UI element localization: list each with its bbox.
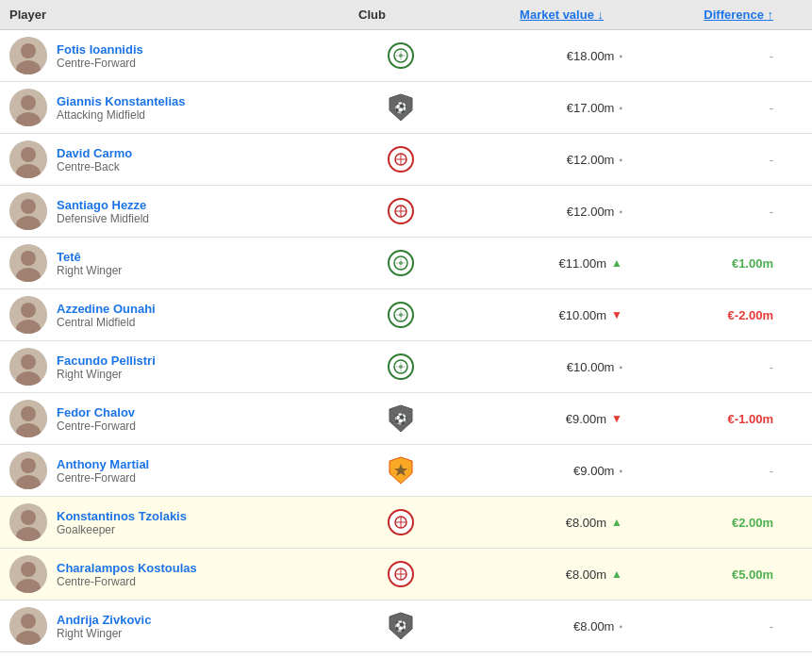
player-name[interactable]: Fotis Ioannidis xyxy=(57,42,143,57)
table-row: David Carmo Centre-Back €12.00m ▪ - xyxy=(0,134,812,186)
avatar xyxy=(9,503,47,541)
market-value-cell: €9.00m ▼ xyxy=(443,412,632,426)
table-row: Konstantinos Tzolakis Goalkeeper €8.00m … xyxy=(0,497,812,549)
header-difference[interactable]: Difference ↑ xyxy=(632,8,802,22)
player-cell: Konstantinos Tzolakis Goalkeeper xyxy=(9,503,358,541)
market-value-cell: €12.00m ▪ xyxy=(443,153,632,167)
difference-cell: €2.00m xyxy=(632,516,802,530)
avatar xyxy=(9,37,47,74)
avatar xyxy=(9,296,47,334)
club-badge-green xyxy=(388,250,414,276)
player-name[interactable]: Azzedine Ounahi xyxy=(57,302,156,316)
market-value: €17.00m xyxy=(567,101,615,115)
svg-point-6 xyxy=(21,95,36,110)
player-cell: Fotis Ioannidis Centre-Forward xyxy=(9,37,358,74)
player-cell: Tetê Right Winger xyxy=(9,244,358,282)
table-row: Santiago Hezze Defensive Midfield €12.00… xyxy=(0,186,812,238)
player-info: Azzedine Ounahi Central Midfield xyxy=(57,302,156,329)
header-market-value[interactable]: Market value ↓ xyxy=(443,8,632,22)
player-info: Santiago Hezze Defensive Midfield xyxy=(57,198,149,225)
svg-point-10 xyxy=(21,147,36,162)
player-info: Andrija Zivkovic Right Winger xyxy=(57,613,151,640)
player-name[interactable]: Charalampos Kostoulas xyxy=(57,561,197,575)
player-name[interactable]: Tetê xyxy=(57,250,122,264)
player-position: Centre-Forward xyxy=(57,471,149,485)
market-value: €10.00m xyxy=(567,360,615,374)
player-info: Konstantinos Tzolakis Goalkeeper xyxy=(57,509,187,536)
club-cell: ⚽ xyxy=(358,403,443,434)
avatar xyxy=(9,244,47,282)
table-row: Giannis Konstantelias Attacking Midfield… xyxy=(0,82,812,134)
market-value: €9.00m xyxy=(566,412,606,426)
club-badge-red xyxy=(388,198,414,224)
club-badge-red xyxy=(388,561,414,587)
table-row: Fedor Chalov Centre-Forward ⚽ €9.00m ▼ €… xyxy=(0,393,812,445)
trend-neutral-icon: ▪ xyxy=(619,103,622,113)
svg-point-37 xyxy=(21,406,36,421)
player-name[interactable]: Konstantinos Tzolakis xyxy=(57,509,187,523)
avatar xyxy=(9,348,47,386)
market-value-cell: €8.00m ▪ xyxy=(443,619,632,633)
header-player: Player xyxy=(9,8,358,22)
player-info: Giannis Konstantelias Attacking Midfield xyxy=(57,94,186,122)
market-value: €8.00m xyxy=(566,568,606,582)
market-value-cell: €10.00m ▼ xyxy=(443,308,632,322)
player-cell: David Carmo Centre-Back xyxy=(9,140,358,178)
difference-cell: - xyxy=(632,464,802,478)
table-row: Anthony Martial Centre-Forward €9.00m ▪ … xyxy=(0,445,812,497)
player-cell: Anthony Martial Centre-Forward xyxy=(9,452,358,489)
market-value-cell: €8.00m ▲ xyxy=(443,516,632,530)
difference-cell: €5.00m xyxy=(632,568,802,582)
player-name[interactable]: Anthony Martial xyxy=(57,457,149,471)
player-name[interactable]: David Carmo xyxy=(57,146,132,160)
trend-neutral-icon: ▪ xyxy=(619,621,622,632)
player-position: Central Midfield xyxy=(57,316,156,329)
club-cell xyxy=(358,302,443,328)
trend-neutral-icon: ▪ xyxy=(619,206,622,217)
difference-cell: - xyxy=(632,153,802,167)
difference-cell: - xyxy=(632,101,802,115)
player-position: Right Winger xyxy=(57,627,151,640)
market-value: €12.00m xyxy=(567,205,615,219)
club-cell xyxy=(358,561,443,587)
avatar xyxy=(9,192,47,230)
player-position: Attacking Midfield xyxy=(57,108,186,122)
trend-up-icon: ▲ xyxy=(611,256,622,270)
difference-cell: - xyxy=(632,49,802,63)
difference-cell: €-2.00m xyxy=(632,308,802,322)
player-position: Centre-Forward xyxy=(57,575,197,588)
avatar xyxy=(9,555,47,593)
club-cell: ⚽ xyxy=(358,611,443,641)
player-name[interactable]: Fedor Chalov xyxy=(57,405,136,419)
player-cell: Azzedine Ounahi Central Midfield xyxy=(9,296,358,334)
svg-point-27 xyxy=(21,303,36,318)
player-name[interactable]: Giannis Konstantelias xyxy=(57,94,186,108)
market-value: €9.00m xyxy=(573,464,614,478)
trend-neutral-icon: ▪ xyxy=(619,466,622,476)
player-info: Anthony Martial Centre-Forward xyxy=(57,457,149,485)
club-badge-yellow xyxy=(388,455,414,485)
club-badge-gray: ⚽ xyxy=(388,403,414,434)
club-badge-gray: ⚽ xyxy=(388,92,414,123)
trend-down-icon: ▼ xyxy=(611,412,622,425)
player-name[interactable]: Andrija Zivkovic xyxy=(57,613,151,627)
player-name[interactable]: Santiago Hezze xyxy=(57,198,149,212)
svg-text:⚽: ⚽ xyxy=(394,101,407,114)
market-value-cell: €17.00m ▪ xyxy=(443,101,632,115)
club-badge-green xyxy=(388,354,414,380)
player-info: David Carmo Centre-Back xyxy=(57,146,132,173)
trend-up-icon: ▲ xyxy=(611,516,622,529)
svg-point-30 xyxy=(399,313,403,317)
trend-neutral-icon: ▪ xyxy=(619,51,622,61)
player-name[interactable]: Facundo Pellistri xyxy=(57,354,156,368)
market-value: €10.00m xyxy=(559,308,607,322)
trend-up-icon: ▲ xyxy=(611,568,622,581)
player-position: Goalkeeper xyxy=(57,523,187,536)
market-value-cell: €18.00m ▪ xyxy=(443,49,632,63)
svg-text:⚽: ⚽ xyxy=(394,412,407,425)
table-row: Facundo Pellistri Right Winger €10.00m ▪… xyxy=(0,341,812,393)
player-position: Centre-Back xyxy=(57,160,132,173)
svg-point-50 xyxy=(21,562,36,577)
avatar xyxy=(9,607,47,645)
club-badge-red xyxy=(388,509,414,535)
